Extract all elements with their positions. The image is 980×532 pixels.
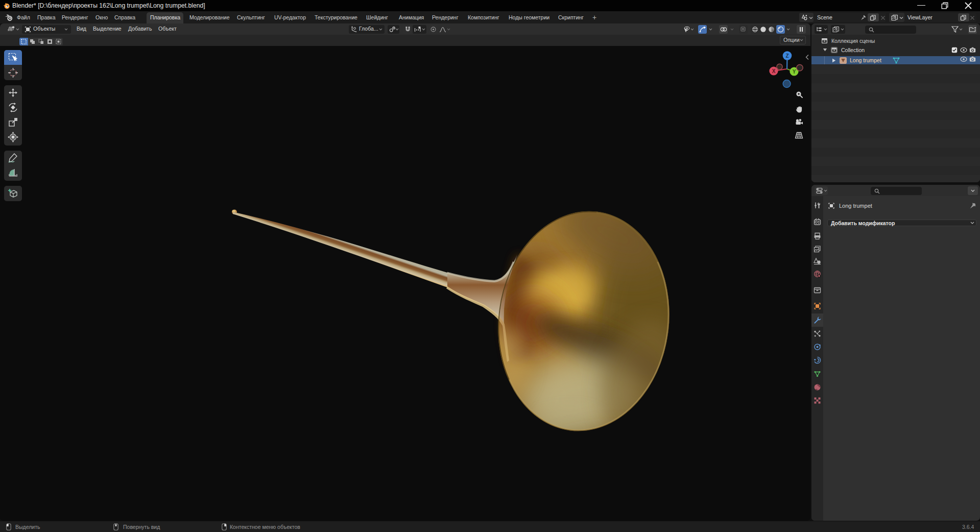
svg-text:Z: Z <box>785 53 788 59</box>
svg-text:X: X <box>772 68 776 74</box>
svg-text:Y: Y <box>793 69 796 75</box>
